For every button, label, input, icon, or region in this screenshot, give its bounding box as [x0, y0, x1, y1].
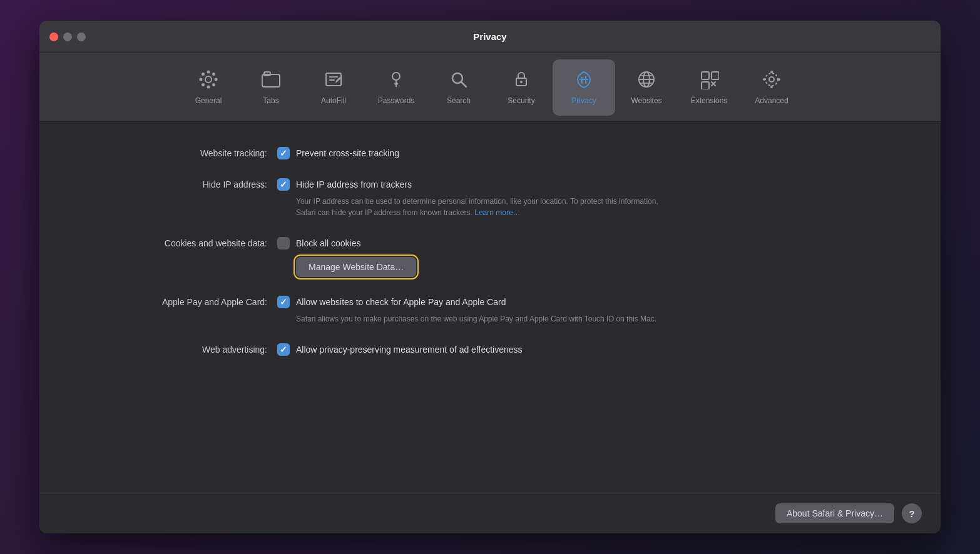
tab-security-label: Security	[508, 96, 534, 105]
apple-pay-label: Apple Pay and Apple Card:	[77, 296, 277, 307]
privacy-icon	[574, 69, 594, 93]
svg-point-6	[212, 73, 215, 76]
checkmark-icon: ✓	[280, 345, 287, 354]
svg-point-1	[207, 71, 210, 74]
checkmark-icon: ✓	[280, 180, 287, 189]
svg-point-4	[215, 78, 218, 81]
web-advertising-checkbox-row: ✓ Allow privacy-preserving measurement o…	[277, 343, 523, 356]
tab-passwords[interactable]: Passwords	[365, 59, 427, 116]
manage-website-data-button[interactable]: Manage Website Data…	[296, 257, 416, 277]
websites-icon	[636, 69, 656, 93]
web-advertising-checkbox-label: Allow privacy-preserving measurement of …	[296, 345, 523, 355]
svg-rect-29	[712, 72, 719, 79]
tab-passwords-label: Passwords	[378, 96, 415, 105]
tab-general[interactable]: General	[177, 59, 240, 116]
bottom-bar: About Safari & Privacy… ?	[39, 493, 941, 533]
tab-autofill-label: AutoFill	[321, 96, 346, 105]
svg-point-34	[763, 78, 765, 81]
minimize-button[interactable]	[63, 33, 72, 41]
tab-advanced[interactable]: Advanced	[740, 59, 803, 116]
website-tracking-checkbox-label: Prevent cross-site tracking	[296, 148, 399, 158]
tab-extensions-label: Extensions	[691, 96, 728, 105]
hide-ip-checkbox[interactable]: ✓	[277, 178, 290, 191]
tab-security[interactable]: Security	[490, 59, 553, 116]
titlebar: Privacy	[39, 21, 941, 53]
tab-tabs-label: Tabs	[263, 96, 278, 105]
website-tracking-label: Website tracking:	[77, 147, 277, 158]
close-button[interactable]	[49, 33, 58, 41]
svg-point-3	[200, 78, 203, 81]
toolbar: General Tabs	[39, 53, 941, 122]
apple-pay-checkbox[interactable]: ✓	[277, 296, 290, 308]
tab-websites[interactable]: Websites	[615, 59, 678, 116]
svg-point-5	[202, 73, 205, 76]
web-advertising-label: Web advertising:	[77, 343, 277, 355]
web-advertising-checkbox[interactable]: ✓	[277, 343, 290, 356]
tab-websites-label: Websites	[631, 96, 661, 105]
cookies-label: Cookies and website data:	[77, 237, 277, 248]
learn-more-link[interactable]: Learn more…	[474, 208, 520, 217]
tab-extensions[interactable]: Extensions	[678, 59, 740, 116]
advanced-icon	[762, 69, 782, 93]
cookies-checkbox[interactable]	[277, 237, 290, 249]
cookies-checkbox-label: Block all cookies	[296, 238, 361, 248]
security-icon	[511, 69, 531, 93]
checkmark-icon: ✓	[280, 298, 287, 306]
tabs-icon	[261, 69, 281, 93]
svg-rect-27	[702, 72, 709, 79]
preferences-window: Privacy	[39, 21, 941, 533]
svg-point-32	[770, 71, 773, 73]
apple-pay-checkbox-row: ✓ Allow websites to check for Apple Pay …	[277, 296, 656, 308]
tab-advanced-label: Advanced	[755, 96, 788, 105]
tabs-container: General Tabs	[177, 59, 803, 116]
tab-autofill[interactable]: AutoFill	[302, 59, 365, 116]
help-button[interactable]: ?	[902, 503, 922, 523]
svg-rect-9	[262, 74, 280, 87]
svg-point-8	[212, 83, 215, 86]
svg-point-7	[202, 83, 205, 86]
svg-point-33	[770, 86, 773, 88]
tab-search[interactable]: Search	[427, 59, 490, 116]
cookies-row: Cookies and website data: Block all cook…	[77, 237, 903, 277]
tab-tabs[interactable]: Tabs	[240, 59, 302, 116]
svg-point-30	[769, 77, 774, 82]
cookies-control: Block all cookies Manage Website Data…	[277, 237, 416, 277]
traffic-lights	[49, 33, 86, 41]
hide-ip-checkbox-label: Hide IP address from trackers	[296, 179, 412, 189]
website-tracking-control: ✓ Prevent cross-site tracking	[277, 147, 399, 159]
website-tracking-row: Website tracking: ✓ Prevent cross-site t…	[77, 147, 903, 159]
passwords-icon	[386, 69, 406, 93]
hide-ip-row: Hide IP address: ✓ Hide IP address from …	[77, 178, 903, 218]
apple-pay-row: Apple Pay and Apple Card: ✓ Allow websit…	[77, 296, 903, 325]
content-area: Website tracking: ✓ Prevent cross-site t…	[39, 122, 941, 493]
hide-ip-control: ✓ Hide IP address from trackers Your IP …	[277, 178, 659, 218]
tab-search-label: Search	[447, 96, 471, 105]
svg-point-0	[205, 76, 212, 83]
svg-point-14	[392, 73, 400, 80]
svg-point-2	[207, 86, 210, 89]
general-icon	[198, 69, 218, 93]
extensions-icon	[699, 69, 719, 93]
checkmark-icon: ✓	[280, 149, 287, 158]
cookies-checkbox-row: Block all cookies	[277, 237, 416, 249]
tab-privacy[interactable]: Privacy	[553, 59, 615, 116]
hide-ip-checkbox-row: ✓ Hide IP address from trackers	[277, 178, 659, 191]
web-advertising-row: Web advertising: ✓ Allow privacy-preserv…	[77, 343, 903, 356]
svg-point-21	[520, 81, 523, 83]
svg-point-35	[778, 78, 780, 81]
apple-pay-control: ✓ Allow websites to check for Apple Pay …	[277, 296, 656, 325]
hide-ip-label: Hide IP address:	[77, 178, 277, 189]
web-advertising-control: ✓ Allow privacy-preserving measurement o…	[277, 343, 523, 356]
window-title: Privacy	[473, 31, 506, 42]
svg-rect-28	[702, 82, 709, 89]
website-tracking-checkbox[interactable]: ✓	[277, 147, 290, 159]
maximize-button[interactable]	[77, 33, 86, 41]
website-tracking-checkbox-row: ✓ Prevent cross-site tracking	[277, 147, 399, 159]
hide-ip-description: Your IP address can be used to determine…	[296, 196, 659, 218]
apple-pay-description: Safari allows you to make purchases on t…	[296, 313, 656, 325]
search-icon	[449, 69, 469, 93]
about-safari-privacy-button[interactable]: About Safari & Privacy…	[775, 503, 894, 523]
autofill-icon	[324, 69, 344, 93]
tab-privacy-label: Privacy	[571, 96, 596, 105]
tab-general-label: General	[195, 96, 222, 105]
